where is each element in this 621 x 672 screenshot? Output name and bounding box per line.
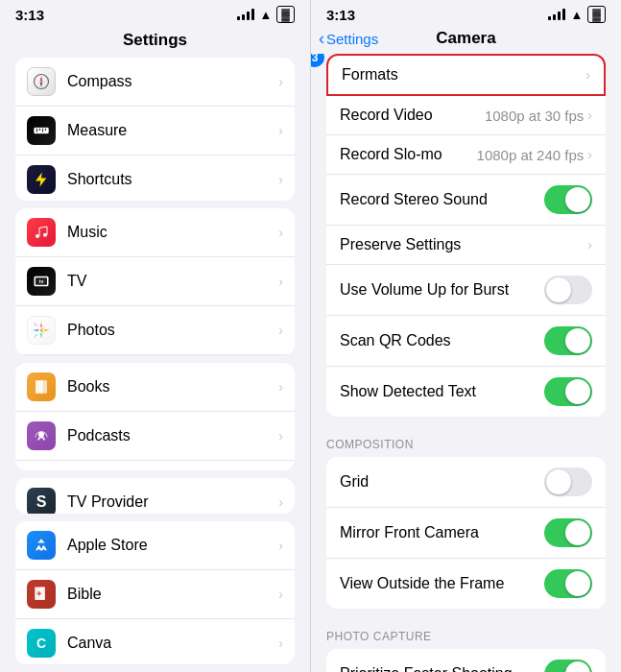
cam-item-formats[interactable]: Formats › xyxy=(326,54,606,96)
settings-list-1: Compass › Measure › Shortc xyxy=(15,58,295,201)
record-video-chevron: › xyxy=(587,108,592,123)
back-button[interactable]: ‹ Settings xyxy=(319,29,378,49)
bible-label: Bible xyxy=(67,586,278,603)
svg-rect-3 xyxy=(35,128,49,133)
settings-item-music[interactable]: Music › xyxy=(15,208,295,257)
photos-icon xyxy=(27,316,56,345)
cam-item-mirror-front[interactable]: Mirror Front Camera xyxy=(326,508,606,559)
svg-rect-16 xyxy=(40,380,48,394)
settings-item-tv[interactable]: tv TV › xyxy=(15,257,295,306)
cam-item-show-text[interactable]: Show Detected Text xyxy=(326,367,606,417)
appstore-chevron: › xyxy=(278,538,283,553)
compass-label: Compass xyxy=(67,73,278,90)
volume-burst-label: Use Volume Up for Burst xyxy=(340,281,544,299)
books-label: Books xyxy=(67,378,278,396)
books-chevron: › xyxy=(278,379,283,395)
grid-label: Grid xyxy=(340,473,544,491)
right-battery-icon: ▓ xyxy=(587,6,606,23)
settings-item-shortcuts[interactable]: Shortcuts › xyxy=(15,156,295,201)
svg-text:tv: tv xyxy=(39,278,44,284)
record-slomo-label: Record Slo-mo xyxy=(340,146,477,163)
camera-settings-scroll[interactable]: 3 Formats › Record Video 1080p at 30 fps… xyxy=(311,54,621,672)
cam-item-record-stereo[interactable]: Record Stereo Sound xyxy=(326,175,606,226)
settings-item-canva[interactable]: C Canva › xyxy=(15,619,295,664)
measure-chevron: › xyxy=(278,123,283,138)
preserve-chevron: › xyxy=(587,237,592,252)
photos-chevron: › xyxy=(278,323,283,338)
right-time: 3:13 xyxy=(326,7,355,23)
settings-item-compass[interactable]: Compass › xyxy=(15,58,295,107)
composition-header: COMPOSITION xyxy=(311,424,621,457)
tv-chevron: › xyxy=(278,274,283,289)
canva-chevron: › xyxy=(278,636,283,651)
compass-chevron: › xyxy=(278,74,283,89)
left-status-icons: ▲ ▓ xyxy=(237,6,295,23)
tvprovider-label: TV Provider xyxy=(67,493,278,511)
preserve-label: Preserve Settings xyxy=(340,236,587,253)
measure-label: Measure xyxy=(67,122,278,139)
right-panel: 3:13 ▲ ▓ ‹ Settings Camera 3 F xyxy=(310,0,621,672)
canva-label: Canva xyxy=(67,635,278,652)
signal-icon xyxy=(237,9,254,20)
record-stereo-toggle[interactable] xyxy=(544,185,592,214)
cam-item-grid[interactable]: Grid xyxy=(326,457,606,508)
svg-point-9 xyxy=(43,233,47,237)
grid-toggle[interactable] xyxy=(544,468,592,496)
cam-item-view-outside[interactable]: View Outside the Frame xyxy=(326,559,606,609)
record-stereo-label: Record Stereo Sound xyxy=(340,191,544,208)
settings-item-measure[interactable]: Measure › xyxy=(15,107,295,156)
photo-capture-section: Prioritize Faster Shooting Intelligently… xyxy=(326,649,606,672)
right-status-icons: ▲ ▓ xyxy=(548,6,606,23)
record-slomo-value: 1080p at 240 fps xyxy=(477,147,585,163)
record-video-label: Record Video xyxy=(340,107,485,124)
scan-qr-label: Scan QR Codes xyxy=(340,332,544,349)
formats-chevron: › xyxy=(585,67,590,83)
settings-item-appstore[interactable]: Apple Store › xyxy=(15,521,295,570)
appstore-icon xyxy=(27,531,56,560)
tvprovider-chevron: › xyxy=(278,494,283,510)
bible-chevron: › xyxy=(278,587,283,602)
settings-list-4: S TV Provider › xyxy=(15,478,295,514)
volume-burst-toggle[interactable] xyxy=(544,276,592,304)
prioritize-toggle[interactable] xyxy=(544,660,592,672)
photo-capture-header: PHOTO CAPTURE xyxy=(311,616,621,649)
settings-item-books[interactable]: Books › xyxy=(15,363,295,412)
music-chevron: › xyxy=(278,225,283,240)
view-outside-toggle[interactable] xyxy=(544,569,592,598)
podcasts-label: Podcasts xyxy=(67,427,278,444)
main-section-wrapper: 3 Formats › Record Video 1080p at 30 fps… xyxy=(311,54,621,417)
settings-item-gamecenter[interactable]: Game Center › xyxy=(15,461,295,470)
mirror-front-toggle[interactable] xyxy=(544,518,592,547)
settings-item-tvprovider[interactable]: S TV Provider › xyxy=(15,478,295,514)
settings-item-bible[interactable]: Bible › xyxy=(15,570,295,619)
svg-marker-1 xyxy=(40,76,43,82)
shortcuts-chevron: › xyxy=(278,172,283,187)
left-time: 3:13 xyxy=(15,7,44,23)
podcasts-icon xyxy=(27,421,56,450)
settings-list-5: Apple Store › Bible › C Canva › xyxy=(15,521,295,664)
view-outside-label: View Outside the Frame xyxy=(340,575,544,592)
cam-item-volume-burst[interactable]: Use Volume Up for Burst xyxy=(326,265,606,316)
measure-icon xyxy=(27,116,56,145)
left-panel-title: Settings xyxy=(0,27,310,58)
settings-item-photos[interactable]: Photos › xyxy=(15,306,295,354)
cam-item-record-slomo[interactable]: Record Slo-mo 1080p at 240 fps › xyxy=(326,135,606,175)
prioritize-label: Prioritize Faster Shooting xyxy=(340,665,544,672)
left-panel: 3:13 ▲ ▓ Settings Compass › xyxy=(0,0,310,672)
canva-icon: C xyxy=(27,629,56,658)
cam-item-scan-qr[interactable]: Scan QR Codes xyxy=(326,316,606,367)
cam-item-preserve[interactable]: Preserve Settings › xyxy=(326,226,606,265)
show-text-toggle[interactable] xyxy=(544,377,592,406)
books-icon xyxy=(27,372,56,401)
wifi-icon: ▲ xyxy=(259,8,272,22)
left-status-bar: 3:13 ▲ ▓ xyxy=(0,0,310,27)
tv-label: TV xyxy=(67,273,278,290)
mirror-front-label: Mirror Front Camera xyxy=(340,524,544,541)
cam-item-prioritize[interactable]: Prioritize Faster Shooting xyxy=(326,649,606,672)
cam-item-record-video[interactable]: Record Video 1080p at 30 fps › xyxy=(326,96,606,135)
scan-qr-toggle[interactable] xyxy=(544,326,592,355)
settings-item-podcasts[interactable]: Podcasts › xyxy=(15,412,295,461)
right-nav: ‹ Settings Camera xyxy=(311,27,621,54)
shortcuts-label: Shortcuts xyxy=(67,171,278,188)
svg-marker-2 xyxy=(40,82,43,87)
